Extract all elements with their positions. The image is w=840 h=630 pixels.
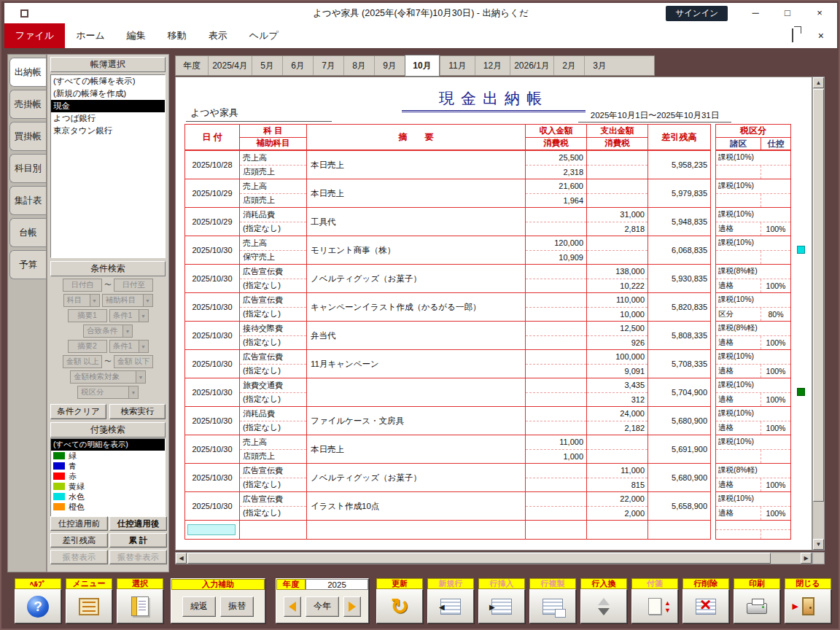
summary2-field[interactable]: 摘要2 <box>68 340 107 353</box>
sidebar-tab-receivable[interactable]: 売掛帳 <box>9 90 46 119</box>
current-year-button[interactable]: 今年 <box>306 596 339 617</box>
delete-row-button[interactable]: 行削除 <box>682 578 729 623</box>
sidebar-tab-budget[interactable]: 予算 <box>9 250 46 279</box>
active-input-cell[interactable] <box>187 524 236 535</box>
vertical-scrollbar[interactable]: ▲ ▼ <box>812 77 825 551</box>
table-row[interactable]: 2025/10/30売上高保守売上モリエント商事（株）120,00010,909… <box>184 236 812 265</box>
maximize-button[interactable]: □ <box>779 7 796 18</box>
month-tab-9[interactable]: 9月 <box>374 56 405 75</box>
sidebar-tab-payable[interactable]: 買掛帳 <box>9 122 46 151</box>
close-button[interactable]: × <box>811 7 828 18</box>
table-row[interactable]: 2025/10/29売上高店頭売上本日売上21,6001,9645,979,83… <box>184 179 812 208</box>
sidebar-tab-by-account[interactable]: 科目別 <box>9 154 46 183</box>
month-tab-7[interactable]: 7月 <box>313 56 343 75</box>
scroll-down-button[interactable]: ▼ <box>813 539 824 550</box>
table-row[interactable]: 2025/10/29消耗品費(指定なし)工具代31,0002,8185,948,… <box>184 208 812 236</box>
new-row-button[interactable]: 新規行 <box>427 578 474 623</box>
match-condition-select[interactable]: 合致条件▼ <box>83 324 133 338</box>
duplicate-row-button[interactable]: 行複製 <box>529 578 576 623</box>
menu-view[interactable]: 表示 <box>198 23 238 48</box>
child-restore-button[interactable] <box>792 29 793 42</box>
menu-file[interactable]: ファイル <box>4 23 65 48</box>
scroll-right-button[interactable]: ▶ <box>801 553 812 564</box>
horizontal-scroll-thumb[interactable] <box>187 553 771 564</box>
date-from-field[interactable]: 日付自 <box>63 279 102 292</box>
pre-deduction-view-button[interactable]: 仕控適用前 <box>50 516 108 531</box>
table-row[interactable]: 2025/10/30広告宣伝費(指定なし)イラスト作成10点22,0002,00… <box>184 492 812 521</box>
condition2-select[interactable]: 条件1▼ <box>109 340 149 353</box>
fusen-color-red[interactable]: 赤 <box>51 471 165 481</box>
signin-button[interactable]: サインイン <box>666 6 728 21</box>
month-tab-3[interactable]: 3月 <box>584 56 615 75</box>
scroll-left-button[interactable]: ◀ <box>176 553 187 564</box>
sticky-note-marker[interactable] <box>797 246 805 254</box>
summary1-field[interactable]: 摘要1 <box>68 309 107 322</box>
table-row[interactable]: 2025/10/30消耗品費(指定なし)ファイルケース・文房具24,0002,1… <box>184 407 812 435</box>
month-tab-11[interactable]: 11月 <box>440 56 475 75</box>
subaccount-select[interactable]: 補助科目▼ <box>102 294 153 307</box>
condition1-select[interactable]: 条件1▼ <box>109 309 149 322</box>
sticky-note-button[interactable]: 付箋 <box>631 578 678 623</box>
table-row[interactable]: 2025/10/30接待交際費(指定なし)弁当代12,5009265,808,3… <box>184 322 812 350</box>
menu-move[interactable]: 移動 <box>157 23 198 48</box>
amount-max-field[interactable]: 金額 以下 <box>114 355 153 368</box>
sidebar-tab-summary[interactable]: 集計表 <box>9 186 46 215</box>
assist-repeat-button[interactable]: 繰返 <box>182 596 216 617</box>
menu-home[interactable]: ホーム <box>65 23 116 48</box>
amount-target-select[interactable]: 金額検索対象▼ <box>70 370 146 384</box>
prev-year-button[interactable] <box>284 596 301 617</box>
month-tab-10[interactable]: 10月 <box>405 55 440 77</box>
ledger-item-create-new[interactable]: (新規の帳簿を作成) <box>51 88 165 100</box>
close-book-button[interactable]: 閉じる <box>785 578 831 623</box>
next-year-button[interactable] <box>343 596 361 617</box>
fusen-color-yellow-green[interactable]: 黄緑 <box>51 481 165 491</box>
amount-min-field[interactable]: 金額 以上 <box>63 355 102 368</box>
table-row[interactable]: 2025/10/30売上高店頭売上本日売上11,0001,0005,691,90… <box>184 435 812 464</box>
table-new-row[interactable] <box>184 521 812 540</box>
post-deduction-view-button[interactable]: 仕控適用後 <box>109 516 167 531</box>
month-tab-2025-4[interactable]: 2025/4月 <box>208 56 252 75</box>
ledger-item-cash[interactable]: 現金 <box>51 100 165 112</box>
child-close-button[interactable]: × <box>818 30 824 42</box>
fusen-color-cyan[interactable]: 水色 <box>51 491 165 502</box>
balance-view-button[interactable]: 差引残高 <box>50 533 108 548</box>
sidebar-tab-ledger[interactable]: 台帳 <box>9 218 46 247</box>
table-row[interactable]: 2025/10/30広告宣伝費(指定なし)11月キャンペーン100,0009,0… <box>184 350 812 378</box>
month-tab-8[interactable]: 8月 <box>343 56 374 75</box>
menu-edit[interactable]: 編集 <box>116 23 157 48</box>
clear-conditions-button[interactable]: 条件クリア <box>50 404 106 419</box>
fusen-color-orange[interactable]: 橙色 <box>51 502 165 512</box>
month-tab-2[interactable]: 2月 <box>553 56 584 75</box>
ledger-item-yotsuba-bank[interactable]: よつば銀行 <box>51 112 165 125</box>
table-row[interactable]: 2025/10/30旅費交通費(指定なし)3,4353125,704,900課税… <box>184 378 812 407</box>
tax-class-select[interactable]: 税区分▼ <box>77 386 139 399</box>
sidebar-tab-cashbook[interactable]: 出納帳 <box>9 58 46 87</box>
ledger-item-show-all[interactable]: (すべての帳簿を表示) <box>51 75 165 88</box>
month-tab-2026-1[interactable]: 2026/1月 <box>510 56 553 75</box>
assist-transfer-button[interactable]: 振替 <box>220 596 254 617</box>
fusen-show-all-item[interactable]: (すべての明細を表示) <box>51 439 165 451</box>
refresh-button[interactable]: 更新 <box>376 578 423 623</box>
sticky-note-marker[interactable] <box>797 388 805 396</box>
swap-row-button[interactable]: 行入換 <box>580 578 627 623</box>
print-button[interactable]: 印刷 <box>734 578 780 623</box>
insert-row-button[interactable]: 行挿入 <box>478 578 525 623</box>
fusen-color-green[interactable]: 緑 <box>51 451 165 461</box>
select-button[interactable]: 選択 <box>117 578 163 623</box>
table-row[interactable]: 2025/10/28売上高店頭売上本日売上25,5002,3185,958,23… <box>184 151 812 179</box>
cumulative-view-button[interactable]: 累 計 <box>109 533 167 548</box>
run-search-button[interactable]: 検索実行 <box>109 404 166 419</box>
month-tab-12[interactable]: 12月 <box>475 56 510 75</box>
account-select[interactable]: 科目▼ <box>63 294 100 307</box>
vertical-scroll-thumb[interactable] <box>813 89 824 502</box>
horizontal-scrollbar[interactable]: ◀ ▶ <box>175 552 812 564</box>
table-row[interactable]: 2025/10/30広告宣伝費(指定なし)ノベルティグッズ（お菓子）11,000… <box>184 464 812 492</box>
minimize-button[interactable]: ─ <box>747 7 764 18</box>
ledger-item-tokyo-town-bank[interactable]: 東京タウン銀行 <box>51 125 165 137</box>
month-tab-5[interactable]: 5月 <box>252 56 282 75</box>
scroll-up-button[interactable]: ▲ <box>813 77 824 88</box>
menu-help[interactable]: ヘルプ <box>238 23 289 48</box>
fusen-color-blue[interactable]: 青 <box>51 461 165 471</box>
month-tab-6[interactable]: 6月 <box>282 56 313 75</box>
date-to-field[interactable]: 日付至 <box>114 279 153 292</box>
